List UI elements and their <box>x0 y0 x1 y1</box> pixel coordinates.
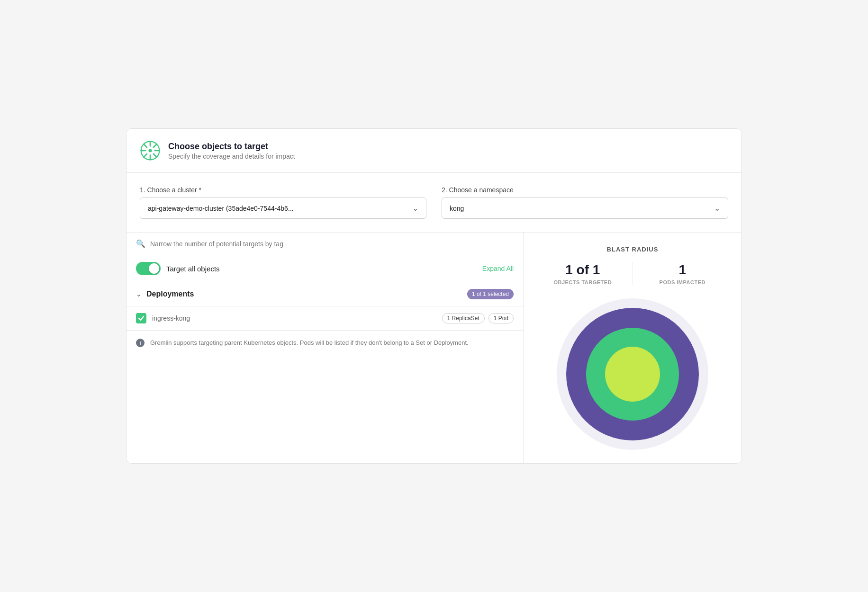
deployment-name: ingress-kong <box>152 314 436 322</box>
kubernetes-icon <box>140 140 161 161</box>
deployments-row: ⌄ Deployments 1 of 1 selected <box>127 282 523 306</box>
content-area: 🔍 Target all objects Expand All <box>127 233 741 463</box>
pod-tag: 1 Pod <box>488 313 514 323</box>
stats-row: 1 of 1 OBJECTS TARGETED 1 PODS IMPACTED <box>533 262 732 285</box>
namespace-chevron-icon: ⌄ <box>714 204 720 213</box>
blast-radius-title: BLAST RADIUS <box>607 246 659 253</box>
cluster-chevron-icon: ⌄ <box>412 204 418 213</box>
search-icon: 🔍 <box>136 239 145 248</box>
page-header: Choose objects to target Specify the cov… <box>127 129 741 173</box>
pods-impacted-value: 1 <box>678 262 686 278</box>
replicaset-tag: 1 ReplicaSet <box>442 313 485 323</box>
deployments-chevron-icon[interactable]: ⌄ <box>136 290 142 298</box>
selectors-section: 1. Choose a cluster * api-gateway-demo-c… <box>127 173 741 233</box>
blast-radius-panel: BLAST RADIUS 1 of 1 OBJECTS TARGETED 1 P… <box>524 233 741 463</box>
cluster-selector-group: 1. Choose a cluster * api-gateway-demo-c… <box>140 186 426 219</box>
info-text: Gremlin supports targeting parent Kubern… <box>150 338 469 348</box>
header-text-block: Choose objects to target Specify the cov… <box>168 142 295 160</box>
objects-targeted-stat: 1 of 1 OBJECTS TARGETED <box>533 262 633 285</box>
svg-point-1 <box>148 149 152 152</box>
pods-impacted-stat: 1 PODS IMPACTED <box>633 262 732 285</box>
info-row: i Gremlin supports targeting parent Kube… <box>127 331 523 355</box>
search-bar: 🔍 <box>127 233 523 255</box>
deployment-item: ingress-kong 1 ReplicaSet 1 Pod <box>127 306 523 331</box>
namespace-value: kong <box>450 205 464 212</box>
objects-targeted-value: 1 of 1 <box>565 262 600 278</box>
deployments-title: Deployments <box>146 290 194 298</box>
deployment-checkbox[interactable] <box>136 313 146 323</box>
cluster-value: api-gateway-demo-cluster (35ade4e0-7544-… <box>148 205 293 212</box>
pods-impacted-label: PODS IMPACTED <box>660 279 705 285</box>
namespace-selector-group: 2. Choose a namespace kong ⌄ <box>442 186 728 219</box>
search-input[interactable] <box>150 240 514 248</box>
info-icon: i <box>136 339 145 347</box>
page-subtitle: Specify the coverage and details for imp… <box>168 152 295 160</box>
svg-line-6 <box>144 144 147 147</box>
expand-all-button[interactable]: Expand All <box>482 265 514 272</box>
namespace-label: 2. Choose a namespace <box>442 186 728 194</box>
target-left: Target all objects <box>136 262 220 275</box>
objects-targeted-label: OBJECTS TARGETED <box>553 279 612 285</box>
blast-lime-core <box>605 347 660 402</box>
toggle-track <box>136 262 161 275</box>
selected-badge: 1 of 1 selected <box>467 289 514 299</box>
svg-line-9 <box>144 154 147 157</box>
namespace-dropdown[interactable]: kong ⌄ <box>442 197 728 219</box>
target-all-row: Target all objects Expand All <box>127 255 523 282</box>
cluster-label: 1. Choose a cluster * <box>140 186 426 194</box>
target-all-toggle[interactable] <box>136 262 161 275</box>
left-panel: 🔍 Target all objects Expand All <box>127 233 524 463</box>
target-all-label: Target all objects <box>166 265 220 273</box>
svg-line-7 <box>154 154 157 157</box>
deployment-tags: 1 ReplicaSet 1 Pod <box>442 313 514 323</box>
cluster-dropdown[interactable]: api-gateway-demo-cluster (35ade4e0-7544-… <box>140 197 426 219</box>
svg-line-8 <box>154 144 157 147</box>
blast-radius-diagram <box>557 298 708 450</box>
page-title: Choose objects to target <box>168 142 295 152</box>
deployments-left: ⌄ Deployments <box>136 290 194 298</box>
toggle-thumb <box>149 263 159 274</box>
